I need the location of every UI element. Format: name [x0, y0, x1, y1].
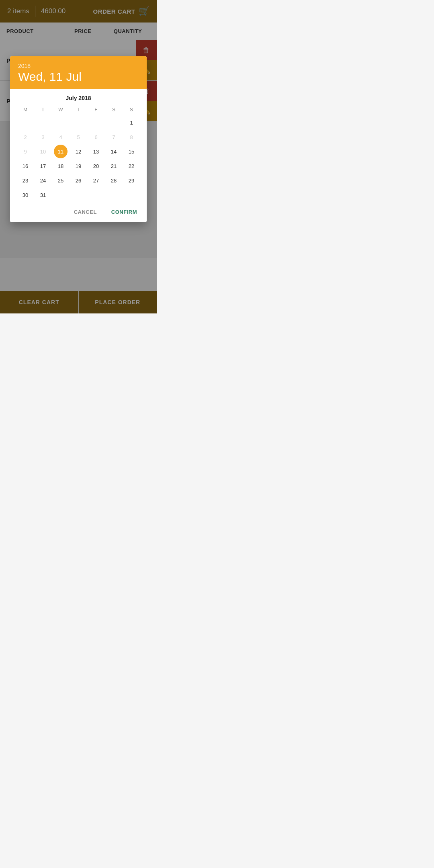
- calendar-confirm-button[interactable]: CONFIRM: [108, 207, 140, 217]
- calendar-header: 2018 Wed, 11 Jul: [10, 56, 147, 89]
- cal-day-25[interactable]: 25: [54, 174, 68, 187]
- cal-day-28[interactable]: 28: [107, 174, 121, 187]
- calendar-cancel-button[interactable]: CANCEL: [71, 207, 100, 217]
- cal-day-7[interactable]: 7: [107, 130, 121, 144]
- cal-day-3[interactable]: 3: [36, 130, 50, 144]
- calendar-selected-date: Wed, 11 Jul: [18, 70, 139, 84]
- cal-day-empty: [54, 116, 68, 129]
- calendar-body: July 2018 M T W T F S S 1 2 3 4 5 6 7 8: [10, 89, 147, 202]
- cal-day-9[interactable]: 9: [18, 145, 32, 158]
- cal-day-30[interactable]: 30: [18, 188, 32, 202]
- weekday-w: W: [52, 105, 70, 114]
- cal-day-22[interactable]: 22: [125, 159, 138, 173]
- cal-day-24[interactable]: 24: [36, 174, 50, 187]
- cal-day-10[interactable]: 10: [36, 145, 50, 158]
- weekday-s2: S: [123, 105, 140, 114]
- calendar-actions: CANCEL CONFIRM: [10, 202, 147, 222]
- cal-day-8[interactable]: 8: [125, 130, 138, 144]
- cal-day-2[interactable]: 2: [18, 130, 32, 144]
- cal-day-empty: [89, 116, 103, 129]
- cal-day-empty: [36, 116, 50, 129]
- calendar-year: 2018: [18, 63, 139, 69]
- calendar-dialog: 2018 Wed, 11 Jul July 2018 M T W T F S S…: [10, 56, 147, 222]
- cal-day-1[interactable]: 1: [125, 116, 138, 129]
- weekday-t: T: [34, 105, 52, 114]
- cal-day-29[interactable]: 29: [125, 174, 138, 187]
- cal-day-5[interactable]: 5: [72, 130, 85, 144]
- cal-day-19[interactable]: 19: [72, 159, 85, 173]
- cal-day-18[interactable]: 18: [54, 159, 68, 173]
- cal-day-21[interactable]: 21: [107, 159, 121, 173]
- calendar-month-title: July 2018: [16, 95, 140, 101]
- cal-day-4[interactable]: 4: [54, 130, 68, 144]
- cal-day-27[interactable]: 27: [89, 174, 103, 187]
- cal-day-empty: [107, 116, 121, 129]
- cal-day-16[interactable]: 16: [18, 159, 32, 173]
- calendar-days: 1 2 3 4 5 6 7 8 9 10 11 12 13 14 15 16 1…: [16, 116, 140, 202]
- cal-day-17[interactable]: 17: [36, 159, 50, 173]
- cal-day-6[interactable]: 6: [89, 130, 103, 144]
- cal-day-11[interactable]: 11: [54, 145, 68, 158]
- cal-day-15[interactable]: 15: [125, 145, 138, 158]
- cal-day-12[interactable]: 12: [72, 145, 85, 158]
- cal-day-31[interactable]: 31: [36, 188, 50, 202]
- cal-day-empty: [72, 116, 85, 129]
- cal-day-20[interactable]: 20: [89, 159, 103, 173]
- cal-day-13[interactable]: 13: [89, 145, 103, 158]
- weekday-s: S: [105, 105, 123, 114]
- cal-day-14[interactable]: 14: [107, 145, 121, 158]
- cal-day-23[interactable]: 23: [18, 174, 32, 187]
- weekday-f: F: [87, 105, 105, 114]
- weekday-m: M: [16, 105, 34, 114]
- cal-day-26[interactable]: 26: [72, 174, 85, 187]
- weekday-t2: T: [70, 105, 87, 114]
- cal-day-empty: [18, 116, 32, 129]
- calendar-weekdays: M T W T F S S: [16, 105, 140, 114]
